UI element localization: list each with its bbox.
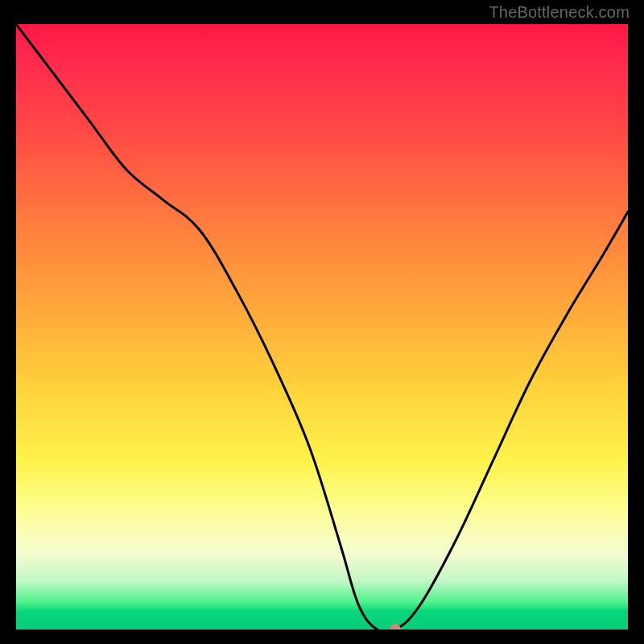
bottleneck-curve (16, 24, 628, 630)
curve-path (16, 24, 628, 630)
chart-frame: TheBottleneck.com (0, 0, 644, 644)
plot-area (16, 24, 628, 630)
optimal-marker (390, 624, 401, 630)
watermark-text: TheBottleneck.com (489, 3, 630, 22)
